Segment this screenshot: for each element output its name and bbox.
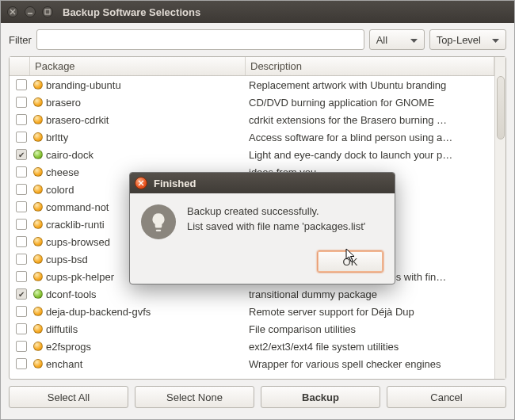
chevron-down-icon	[410, 34, 418, 46]
lightbulb-icon	[141, 204, 176, 239]
package-description: CD/DVD burning application for GNOME	[249, 97, 491, 109]
row-checkbox[interactable]	[16, 184, 27, 195]
scope-dropdown-value: All	[376, 34, 387, 46]
package-name: branding-ubuntu	[46, 79, 249, 91]
mouse-cursor-icon	[345, 248, 359, 265]
column-header-checkbox[interactable]	[10, 57, 30, 75]
table-row[interactable]: cairo-dockLight and eye-candy dock to la…	[10, 146, 494, 163]
package-status-icon	[33, 359, 43, 368]
package-name: enchant	[46, 358, 249, 370]
finished-dialog: Finished Backup created successfully. Li…	[129, 172, 395, 284]
package-status-icon	[33, 185, 43, 194]
backup-button[interactable]: Backup	[261, 386, 380, 408]
dialog-message-line1: Backup created successfully.	[187, 204, 365, 220]
maximize-window-icon[interactable]	[42, 6, 53, 17]
package-status-icon	[33, 237, 43, 246]
package-status-icon	[33, 202, 43, 212]
table-row[interactable]: enchantWrapper for various spell checker…	[10, 355, 494, 372]
package-description: File comparison utilities	[249, 323, 491, 335]
table-row[interactable]: brlttyAccess software for a blind person…	[10, 128, 494, 146]
table-row[interactable]: deja-dup-backend-gvfsRemote server suppo…	[10, 303, 494, 320]
dialog-titlebar: Finished	[130, 173, 395, 193]
package-name: brasero	[46, 97, 249, 109]
table-row[interactable]: braseroCD/DVD burning application for GN…	[10, 94, 494, 111]
row-checkbox[interactable]	[16, 323, 27, 334]
column-header-description[interactable]: Description	[246, 57, 494, 75]
row-checkbox[interactable]	[16, 288, 27, 300]
package-status-icon	[33, 150, 43, 159]
row-checkbox[interactable]	[16, 254, 27, 265]
row-checkbox[interactable]	[16, 236, 27, 247]
level-dropdown[interactable]: Top-Level	[429, 29, 506, 50]
package-status-icon	[33, 342, 43, 351]
table-row[interactable]: e2fsprogsext2/ext3/ext4 file system util…	[10, 338, 494, 355]
package-status-icon	[33, 80, 43, 90]
package-description: Wrapper for various spell checker engine…	[249, 358, 491, 370]
package-status-icon	[33, 132, 43, 142]
package-description: Replacement artwork with Ubuntu branding	[249, 79, 491, 91]
package-status-icon	[33, 272, 43, 281]
row-checkbox[interactable]	[16, 358, 27, 369]
package-status-icon	[33, 307, 43, 316]
row-checkbox[interactable]	[16, 219, 27, 230]
close-icon[interactable]	[135, 177, 147, 189]
package-status-icon	[33, 254, 43, 264]
filter-bar: Filter All Top-Level	[1, 23, 514, 56]
package-description: Remote server support for Déjà Dup	[249, 306, 491, 318]
main-window: Backup Software Selections Filter All To…	[0, 0, 515, 420]
select-none-button[interactable]: Select None	[135, 386, 254, 408]
chevron-down-icon	[492, 34, 499, 46]
svg-rect-0	[45, 10, 50, 14]
package-status-icon	[33, 167, 43, 177]
titlebar: Backup Software Selections	[1, 1, 514, 23]
package-status-icon	[33, 115, 43, 124]
row-checkbox[interactable]	[16, 97, 27, 108]
row-checkbox[interactable]	[16, 271, 27, 282]
table-row[interactable]: brasero-cdrkitcdrkit extensions for the …	[10, 111, 494, 128]
cancel-button[interactable]: Cancel	[387, 386, 506, 408]
package-description: ext2/ext3/ext4 file system utilities	[249, 341, 491, 353]
dialog-message-line2: List saved with file name 'packages.list…	[187, 220, 365, 235]
footer: Select All Select None Backup Cancel	[1, 380, 514, 414]
package-description: transitional dummy package	[249, 288, 491, 300]
dialog-message: Backup created successfully. List saved …	[187, 204, 365, 239]
filter-label: Filter	[9, 34, 32, 46]
minimize-window-icon[interactable]	[25, 6, 36, 17]
close-window-icon[interactable]	[7, 6, 18, 17]
table-row[interactable]: diffutilsFile comparison utilities	[10, 320, 494, 338]
row-checkbox[interactable]	[16, 79, 27, 90]
package-name: deja-dup-backend-gvfs	[46, 306, 249, 318]
dialog-title: Finished	[154, 178, 196, 189]
table-row[interactable]: branding-ubuntuReplacement artwork with …	[10, 76, 494, 94]
select-all-button[interactable]: Select All	[9, 386, 128, 408]
package-name: e2fsprogs	[46, 341, 249, 353]
scrollbar-thumb[interactable]	[497, 76, 505, 139]
package-description: Access software for a blind person using…	[249, 132, 491, 143]
package-name: dconf-tools	[46, 288, 249, 300]
row-checkbox[interactable]	[16, 114, 27, 125]
row-checkbox[interactable]	[16, 341, 27, 352]
table-header: Package Description	[10, 57, 494, 76]
package-status-icon	[33, 220, 43, 229]
level-dropdown-value: Top-Level	[437, 34, 481, 46]
row-checkbox[interactable]	[16, 166, 27, 178]
package-name: brasero-cdrkit	[46, 114, 249, 126]
package-description: Light and eye-candy dock to launch your …	[249, 149, 491, 161]
row-checkbox[interactable]	[16, 201, 27, 212]
package-name: diffutils	[46, 323, 249, 335]
package-status-icon	[33, 97, 43, 107]
package-name: brltty	[46, 132, 249, 143]
window-title: Backup Software Selections	[63, 6, 200, 18]
filter-input[interactable]	[36, 29, 364, 50]
row-checkbox[interactable]	[16, 132, 27, 143]
package-description: cdrkit extensions for the Brasero burnin…	[249, 114, 491, 126]
scope-dropdown[interactable]: All	[369, 29, 425, 50]
scrollbar[interactable]	[494, 57, 505, 379]
row-checkbox[interactable]	[16, 149, 27, 160]
package-name: cairo-dock	[46, 149, 249, 161]
row-checkbox[interactable]	[16, 306, 27, 317]
table-row[interactable]: dconf-toolstransitional dummy package	[10, 285, 494, 303]
column-header-package[interactable]: Package	[30, 57, 246, 75]
package-status-icon	[33, 289, 43, 299]
package-status-icon	[33, 324, 43, 334]
